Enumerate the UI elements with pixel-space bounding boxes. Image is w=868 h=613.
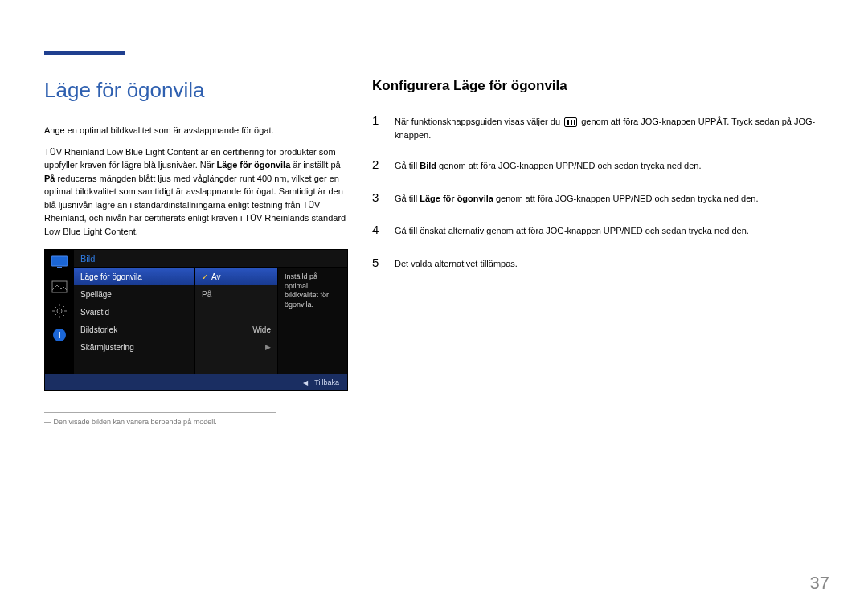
footnote: ― Den visade bilden kan variera beroende… xyxy=(44,412,276,426)
step-3: Gå till Läge för ögonvila genom att föra… xyxy=(372,189,829,207)
svg-line-10 xyxy=(55,314,56,316)
intro2-mid: är inställt på xyxy=(290,160,340,170)
osd-header-title: Bild xyxy=(80,254,201,264)
step2-post: genom att föra JOG-knappen UPP/NED och s… xyxy=(436,161,702,170)
osd-value-list: ✓Av På Wide ▶ xyxy=(194,268,278,374)
osd-menu-item-response: Svarstid xyxy=(74,303,194,321)
osd-body: i Bild Läge för ögonvila Spelläge Svarst… xyxy=(45,250,347,374)
intro2-bold2: På xyxy=(44,174,55,183)
footnote-dash: ― xyxy=(44,418,51,426)
step2-bold: Bild xyxy=(420,161,436,170)
chevron-right-icon: ▶ xyxy=(265,343,271,351)
osd-menu-item-size: Bildstorlek xyxy=(74,321,194,338)
step-4: Gå till önskat alternativ genom att föra… xyxy=(372,221,829,239)
footnote-text: Den visade bilden kan variera beroende p… xyxy=(54,418,217,426)
page-number: 37 xyxy=(810,573,829,594)
osd-value-wide-label: Wide xyxy=(252,325,271,334)
steps-list: När funktionsknappsguiden visas väljer d… xyxy=(372,112,829,272)
step-1-text: När funktionsknappsguiden visas väljer d… xyxy=(395,115,829,141)
svg-line-11 xyxy=(63,306,64,308)
info-icon: i xyxy=(51,327,68,343)
osd-main: Bild Läge för ögonvila Spelläge Svarstid… xyxy=(74,250,347,374)
step1-pre: När funktionsknappsguiden visas väljer d… xyxy=(395,116,563,126)
monitor-icon xyxy=(51,255,68,271)
osd-header: Bild xyxy=(74,250,347,268)
osd-menu-item-eyesaver: Läge för ögonvila xyxy=(74,268,194,285)
step3-bold: Läge för ögonvila xyxy=(420,194,493,203)
osd-value-on: På xyxy=(195,285,277,303)
svg-point-3 xyxy=(57,309,62,313)
svg-line-9 xyxy=(63,314,64,316)
right-column: Konfigurera Läge för ögonvila När funkti… xyxy=(372,78,829,426)
intro2-post: reduceras mängden blått ljus med vågläng… xyxy=(44,174,346,236)
svg-rect-1 xyxy=(57,267,62,268)
check-icon: ✓ xyxy=(202,272,208,281)
menu-bars-icon xyxy=(564,117,577,127)
step2-pre: Gå till xyxy=(395,161,420,170)
step-4-text: Gå till önskat alternativ genom att föra… xyxy=(395,224,749,238)
picture-icon xyxy=(51,279,68,295)
osd-value-off: ✓Av xyxy=(195,268,277,285)
step-3-text: Gå till Läge för ögonvila genom att föra… xyxy=(395,192,758,206)
svg-rect-0 xyxy=(51,256,68,266)
intro2-bold1: Läge för ögonvila xyxy=(217,160,291,170)
osd-value-blank1 xyxy=(195,303,277,321)
step-2-text: Gå till Bild genom att föra JOG-knappen … xyxy=(395,159,702,173)
header-rule xyxy=(44,55,829,55)
osd-value-wide: Wide xyxy=(195,321,277,338)
osd-value-off-label: Av xyxy=(211,272,221,281)
triangle-left-icon: ◀ xyxy=(303,379,308,386)
subsection-title: Konfigurera Läge för ögonvila xyxy=(372,78,829,94)
settings-icon xyxy=(51,303,68,319)
svg-rect-2 xyxy=(52,281,67,292)
step-5-text: Det valda alternativet tillämpas. xyxy=(395,257,518,271)
osd-footer-back: Tillbaka xyxy=(314,378,339,386)
svg-text:i: i xyxy=(58,330,60,340)
step-2: Gå till Bild genom att föra JOG-knappen … xyxy=(372,156,829,174)
step3-post: genom att föra JOG-knappen UPP/NED och s… xyxy=(493,194,759,203)
osd-value-arrow: ▶ xyxy=(195,338,277,356)
step-5: Det valda alternativet tillämpas. xyxy=(372,254,829,272)
step3-pre: Gå till xyxy=(395,194,420,203)
osd-footer: ◀ Tillbaka xyxy=(45,374,347,390)
intro-paragraph-1: Ange en optimal bildkvalitet som är avsl… xyxy=(44,124,350,137)
step-1: När funktionsknappsguiden visas väljer d… xyxy=(372,112,829,141)
osd-menu-item-gamemode: Spelläge xyxy=(74,285,194,303)
osd-description: Inställd på optimal bildkvalitet för ögo… xyxy=(278,268,347,374)
osd-menu-item-adjust: Skärmjustering xyxy=(74,338,194,356)
osd-rows: Läge för ögonvila Spelläge Svarstid Bild… xyxy=(74,268,347,374)
osd-screenshot: i Bild Läge för ögonvila Spelläge Svarst… xyxy=(44,249,348,391)
osd-menu-list: Läge för ögonvila Spelläge Svarstid Bild… xyxy=(74,268,194,374)
left-column: Läge för ögonvila Ange en optimal bildkv… xyxy=(44,78,350,426)
osd-iconbar: i xyxy=(45,250,74,374)
page-content: Läge för ögonvila Ange en optimal bildkv… xyxy=(44,78,829,426)
intro-paragraph-2: TÜV Rheinland Low Blue Light Content är … xyxy=(44,145,350,239)
svg-line-8 xyxy=(55,306,56,308)
section-title: Läge för ögonvila xyxy=(44,78,350,103)
